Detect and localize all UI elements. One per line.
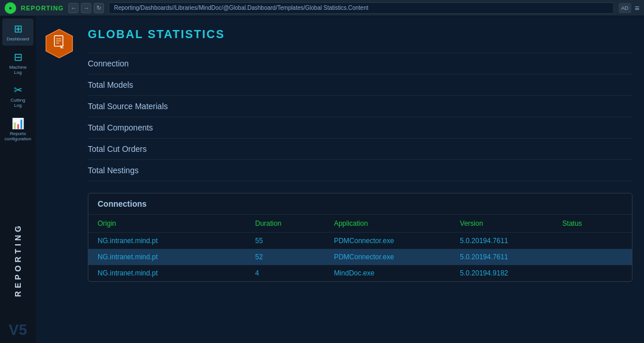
reports-config-icon: 📊 [11,117,25,131]
sidebar-item-reports-config[interactable]: 📊 Reportsconfiguration [2,113,33,146]
cell-origin: NG.intranet.mind.pt [88,265,246,281]
svg-marker-0 [46,29,72,58]
sidebar-label-machine-log: MachineLog [9,65,27,76]
cell-origin: NG.intranet.mind.pt [88,233,246,249]
dashboard-icon: ⊞ [11,22,25,36]
stat-row: Total Models [88,74,632,96]
cell-status [553,265,632,281]
connections-table-body: NG.intranet.mind.pt55PDMConnector.exe5.0… [88,233,632,282]
content-area: GLOBAL STATISTICS ConnectionTotal Models… [36,16,644,343]
connections-table: Origin Duration Application Version Stat… [88,215,632,281]
machine-log-icon: ⊟ [11,50,25,64]
sidebar: ⊞ Dashboard ⊟ MachineLog ✂ CuttingLog 📊 … [0,16,36,343]
stat-row: Total Source Materials [88,96,632,117]
stat-row: Total Components [88,117,632,139]
stat-row: Total Cut Orders [88,139,632,160]
page-title: GLOBAL STATISTICS [88,28,632,41]
sidebar-label-cutting-log: CuttingLog [10,98,25,109]
sidebar-item-cutting-log[interactable]: ✂ CuttingLog [2,80,33,112]
connections-header: Connections [88,193,632,215]
cutting-log-icon: ✂ [11,83,25,97]
stats-container: ConnectionTotal ModelsTotal Source Mater… [88,53,632,181]
connections-table-head: Origin Duration Application Version Stat… [88,215,632,233]
connections-table-header-row: Origin Duration Application Version Stat… [88,215,632,233]
cell-duration: 4 [246,265,325,281]
cell-version: 5.0.20194.7611 [451,249,553,265]
top-bar-right: AD ≡ [619,3,639,13]
stat-row: Connection [88,53,632,74]
user-badge[interactable]: AD [619,3,631,13]
cell-application: MindDoc.exe [325,265,451,281]
sidebar-item-machine-log[interactable]: ⊟ MachineLog [2,47,33,79]
top-bar: ● REPORTING ← → ↻ Reporting/Dashboards//… [0,0,644,16]
col-header-version: Version [451,215,553,233]
v5-logo: V5 [9,322,27,337]
stat-row: Total Nestings [88,160,632,181]
sidebar-item-dashboard[interactable]: ⊞ Dashboard [2,18,33,46]
menu-button[interactable]: ≡ [635,3,639,13]
address-bar[interactable]: Reporting/Dashboards//Libraries/MindDoc/… [109,2,613,14]
cell-duration: 52 [246,249,325,265]
cell-version: 5.0.20194.9182 [451,265,553,281]
main-layout: ⊞ Dashboard ⊟ MachineLog ✂ CuttingLog 📊 … [0,16,644,343]
refresh-button[interactable]: ↻ [94,3,104,13]
cell-origin: NG.intranet.mind.pt [88,249,246,265]
cell-status [553,233,632,249]
table-row[interactable]: NG.intranet.mind.pt55PDMConnector.exe5.0… [88,233,632,249]
sidebar-label-reports-config: Reportsconfiguration [5,132,31,142]
cell-duration: 55 [246,233,325,249]
nav-controls: ← → ↻ [68,3,104,13]
col-header-application: Application [325,215,451,233]
table-row[interactable]: NG.intranet.mind.pt52PDMConnector.exe5.0… [88,249,632,265]
main-content: GLOBAL STATISTICS ConnectionTotal Models… [82,16,644,343]
sidebar-vertical-label: REPORTING [13,223,23,297]
app-logo: ● [5,2,16,14]
cell-version: 5.0.20194.7611 [451,233,553,249]
back-button[interactable]: ← [68,3,79,13]
icon-panel [36,16,82,343]
cell-status [553,249,632,265]
app-title: REPORTING [21,5,64,12]
col-header-duration: Duration [246,215,325,233]
forward-button[interactable]: → [81,3,91,13]
table-row[interactable]: NG.intranet.mind.pt4MindDoc.exe5.0.20194… [88,265,632,281]
cell-application: PDMConnector.exe [325,233,451,249]
hex-icon [43,28,75,59]
col-header-status: Status [553,215,632,233]
col-header-origin: Origin [88,215,246,233]
sidebar-label-dashboard: Dashboard [6,37,29,42]
connections-section: Connections Origin Duration Application … [88,193,632,282]
cell-application: PDMConnector.exe [325,249,451,265]
